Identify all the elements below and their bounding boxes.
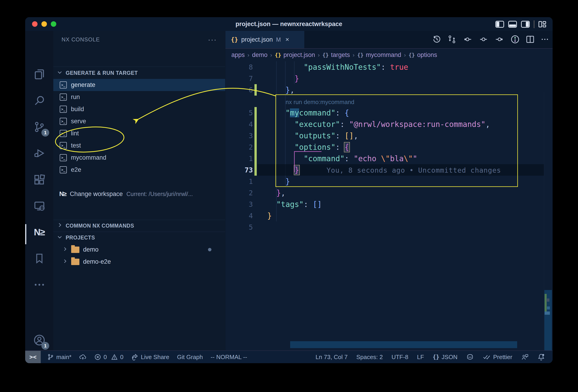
customize-layout-icon[interactable] (538, 21, 546, 28)
code-line[interactable]: 73 }You, 8 seconds ago • Uncommitted cha… (225, 164, 553, 176)
additional-views-icon[interactable] (25, 273, 53, 297)
change-workspace-item[interactable]: N≥ Change workspace Current: /Users/juri… (53, 188, 225, 200)
open-changes-icon[interactable] (447, 35, 456, 45)
code-line[interactable]: 1 } (225, 176, 553, 187)
code-line[interactable]: 7 } (225, 73, 553, 84)
editor-group: {} project.json M × apps›demo›{}project.… (225, 31, 553, 350)
code-line[interactable]: nx run demo:mycommand (225, 96, 553, 107)
code-line[interactable]: 3 "outputs": [], (225, 130, 553, 141)
target-label: lint (71, 130, 79, 137)
prettier-item[interactable]: Prettier (482, 353, 512, 361)
error-count: 0 (103, 353, 107, 361)
indentation-item[interactable]: Spaces: 2 (356, 353, 383, 361)
target-item-run[interactable]: >_run (53, 91, 225, 103)
toggle-bottom-panel-icon[interactable] (508, 21, 517, 28)
json-file-icon: {} (231, 36, 238, 43)
code-line[interactable]: 5 "mycommand": { (225, 107, 553, 119)
extensions-icon[interactable] (25, 168, 53, 191)
code-line[interactable]: 3 "tags": [] (225, 199, 553, 210)
target-item-mycommand[interactable]: >_mycommand (53, 152, 225, 164)
more-actions-icon[interactable] (541, 35, 549, 45)
code-line[interactable]: 6 }, (225, 84, 553, 96)
cursor-position-item[interactable]: Ln 73, Col 7 (316, 353, 348, 361)
breadcrumb-item-mycommand[interactable]: {}mycommand (357, 51, 401, 59)
sync-item[interactable] (79, 353, 87, 361)
breadcrumb-item-project.json[interactable]: {}project.json (275, 51, 315, 59)
toggle-right-panel-icon[interactable] (521, 21, 530, 28)
breadcrumb-item-apps[interactable]: apps (231, 51, 245, 59)
split-editor-icon[interactable] (526, 35, 535, 45)
git-graph-item[interactable]: Git Graph (177, 353, 203, 361)
project-item-demo[interactable]: demo (53, 244, 225, 256)
section-label: PROJECTS (66, 235, 95, 241)
code-line[interactable]: 4 "executor": "@nrwl/workspace:run-comma… (225, 119, 553, 130)
next-change-icon[interactable] (494, 35, 505, 45)
target-item-e2e[interactable]: >_e2e (53, 164, 225, 176)
sidebar-more-actions-icon[interactable]: ··· (208, 39, 217, 41)
modified-gutter (254, 96, 257, 107)
modified-gutter (254, 73, 257, 84)
code-line[interactable]: 5 (225, 221, 553, 233)
target-item-generate[interactable]: >_generate (53, 79, 225, 91)
notifications-item[interactable] (537, 353, 545, 361)
horizontal-scrollbar[interactable] (290, 341, 517, 348)
remote-indicator[interactable]: >< (25, 351, 41, 363)
close-tab-icon[interactable]: × (285, 36, 289, 43)
file-graph-icon[interactable] (511, 35, 520, 45)
codelens-run-command[interactable]: nx run demo:mycommand (286, 99, 354, 105)
line-number: 2 (225, 143, 253, 151)
feedback-item[interactable] (521, 353, 529, 361)
target-item-serve[interactable]: >_serve (53, 115, 225, 127)
breadcrumb-item-targets[interactable]: {}targets (322, 51, 350, 59)
modified-indicator: M (276, 36, 281, 43)
remote-explorer-icon[interactable] (25, 194, 53, 218)
target-item-lint[interactable]: >_lint (53, 127, 225, 139)
json-symbol-icon: {} (408, 52, 415, 58)
search-icon[interactable] (25, 89, 53, 113)
git-graph-label: Git Graph (177, 353, 203, 361)
target-item-build[interactable]: >_build (53, 103, 225, 115)
previous-change-icon[interactable] (462, 35, 473, 45)
title-bar: project.json — newnxreactwrkspace (25, 17, 553, 31)
tab-project-json[interactable]: {} project.json M × (225, 31, 305, 48)
line-number: 7 (225, 75, 253, 83)
language-mode-item[interactable]: {} JSON (433, 353, 457, 361)
modified-gutter (254, 141, 257, 153)
explorer-icon[interactable] (25, 62, 53, 86)
sidebar-title: NX CONSOLE (61, 36, 100, 43)
current-change-icon[interactable] (479, 35, 488, 45)
overview-ruler-mark (545, 311, 550, 315)
code-area[interactable]: 8 "passWithNoTests": true7 }6 },nx run d… (225, 61, 553, 350)
breadcrumb-separator: › (404, 52, 406, 58)
breadcrumb-item-options[interactable]: {}options (408, 51, 437, 59)
nx-console-icon[interactable]: N≥ (25, 220, 53, 244)
target-label: run (71, 93, 80, 101)
code-line[interactable]: 1 "command": "echo \"bla\"" (225, 153, 553, 164)
code-line[interactable]: 4} (225, 210, 553, 221)
eol-item[interactable]: LF (417, 353, 424, 361)
copilot-item[interactable] (466, 353, 474, 361)
project-item-demo-e2e[interactable]: demo-e2e (53, 256, 225, 268)
toggle-left-panel-icon[interactable] (495, 21, 504, 28)
breadcrumb-label: apps (231, 51, 245, 59)
file-history-icon[interactable] (432, 35, 441, 45)
accounts-icon[interactable]: 1 (25, 328, 53, 352)
code-line[interactable]: 2 "options": { (225, 141, 553, 153)
source-control-icon[interactable]: 1 (25, 115, 53, 139)
encoding-item[interactable]: UTF-8 (391, 353, 408, 361)
breadcrumb-item-demo[interactable]: demo (252, 51, 268, 59)
run-debug-icon[interactable] (25, 141, 53, 165)
code-line[interactable]: 2 }, (225, 187, 553, 199)
problems-item[interactable]: 0 0 (94, 353, 123, 361)
section-common-nx-commands[interactable]: COMMON NX COMMANDS (53, 220, 225, 232)
feedback-icon (521, 353, 529, 361)
bookmarks-icon[interactable] (25, 247, 53, 270)
branch-icon (47, 353, 54, 360)
code-line[interactable]: 8 "passWithNoTests": true (225, 61, 553, 73)
section-generate-run-target[interactable]: GENERATE & RUN TARGET (53, 67, 225, 79)
vim-mode-indicator[interactable]: -- NORMAL -- (210, 353, 247, 361)
section-projects[interactable]: PROJECTS (53, 232, 225, 244)
live-share-item[interactable]: Live Share (131, 353, 169, 361)
target-item-test[interactable]: >_test (53, 139, 225, 152)
branch-item[interactable]: main* (47, 353, 71, 361)
